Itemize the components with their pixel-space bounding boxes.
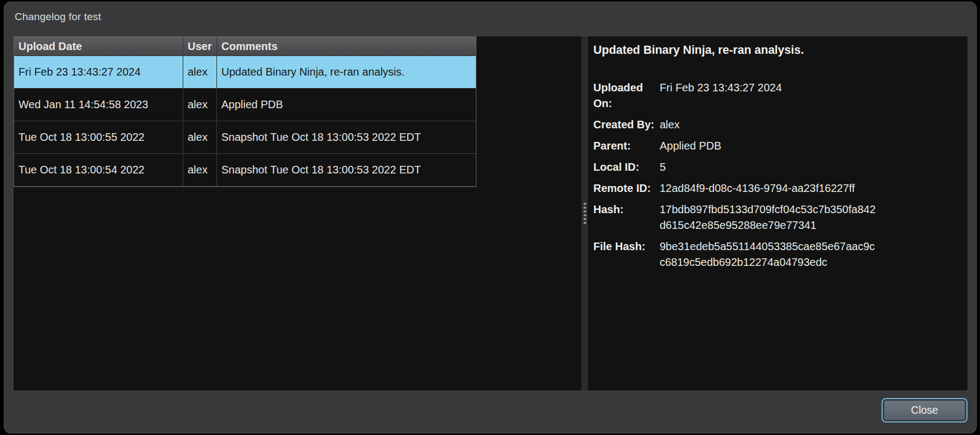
field-label: File Hash:: [593, 239, 660, 270]
details-panel: Updated Binary Ninja, re-ran analysis. U…: [588, 36, 967, 390]
cell-upload_date[interactable]: Tue Oct 18 13:00:55 2022: [14, 121, 183, 154]
field-label: Hash:: [593, 202, 660, 233]
details-fields: Uploaded On:Fri Feb 23 13:43:27 2024Crea…: [593, 80, 960, 270]
table-row[interactable]: Tue Oct 18 13:00:54 2022alexSnapshot Tue…: [14, 154, 476, 187]
field-value: 12ad84f9-d08c-4136-9794-aa23f16227ff: [660, 181, 855, 196]
field-value: 9be31edeb5a551144053385cae85e67aac9cc681…: [660, 239, 880, 270]
cell-upload_date[interactable]: Wed Jan 11 14:54:58 2023: [14, 89, 183, 121]
cell-comments[interactable]: Snapshot Tue Oct 18 13:00:53 2022 EDT: [217, 121, 476, 154]
detail-field: Local ID:5: [593, 159, 960, 175]
cell-user[interactable]: alex: [183, 56, 217, 89]
splitter-grip-icon: [584, 207, 586, 209]
column-header-user[interactable]: User: [183, 37, 217, 56]
splitter-grip-icon: [584, 203, 586, 205]
cell-upload_date[interactable]: Fri Feb 23 13:43:27 2024: [14, 56, 183, 89]
column-header-comments[interactable]: Comments: [217, 37, 476, 56]
field-label: Remote ID:: [593, 181, 660, 196]
splitter-grip-icon: [584, 210, 586, 213]
close-button-focus-ring: Close: [882, 398, 967, 422]
cell-comments[interactable]: Snapshot Tue Oct 18 13:00:53 2022 EDT: [217, 154, 476, 187]
table-header-row: Upload DateUserComments: [14, 37, 476, 56]
splitter-grip-icon: [584, 222, 586, 224]
cell-comments[interactable]: Applied PDB: [217, 89, 476, 121]
detail-field: Hash:17bdb897fbd5133d709fcf04c53c7b350fa…: [593, 202, 960, 233]
splitter-grip-icon: [584, 218, 586, 220]
field-value: 5: [660, 159, 666, 175]
close-button[interactable]: Close: [884, 400, 965, 420]
field-label: Parent:: [593, 138, 660, 154]
table-body: Fri Feb 23 13:43:27 2024alexUpdated Bina…: [14, 56, 476, 187]
detail-field: File Hash:9be31edeb5a551144053385cae85e6…: [593, 239, 960, 270]
dialog-title: Changelog for test: [15, 11, 101, 23]
field-label: Created By:: [593, 117, 660, 133]
field-value: Applied PDB: [660, 138, 721, 154]
field-value: 17bdb897fbd5133d709fcf04c53c7b350fa842d6…: [660, 202, 880, 233]
detail-field: Remote ID:12ad84f9-d08c-4136-9794-aa23f1…: [593, 181, 960, 196]
field-label: Uploaded On:: [593, 80, 660, 111]
cell-user[interactable]: alex: [183, 154, 217, 187]
table-row[interactable]: Fri Feb 23 13:43:27 2024alexUpdated Bina…: [14, 56, 476, 89]
table-row[interactable]: Wed Jan 11 14:54:58 2023alexApplied PDB: [14, 89, 476, 121]
details-heading: Updated Binary Ninja, re-ran analysis.: [593, 43, 960, 57]
cell-comments[interactable]: Updated Binary Ninja, re-ran analysis.: [217, 56, 476, 89]
detail-field: Created By:alex: [593, 117, 960, 133]
field-value: alex: [660, 117, 680, 133]
cell-user[interactable]: alex: [183, 89, 217, 121]
splitter-grip-icon: [584, 214, 586, 216]
field-value: Fri Feb 23 13:43:27 2024: [660, 80, 782, 111]
cell-user[interactable]: alex: [183, 121, 217, 154]
splitter-handle[interactable]: [581, 36, 588, 390]
field-label: Local ID:: [593, 159, 660, 175]
column-header-upload-date[interactable]: Upload Date: [14, 37, 183, 56]
changelog-dialog: Changelog for test Upload DateUserCommen…: [4, 2, 977, 433]
changelog-table: Upload DateUserComments Fri Feb 23 13:43…: [14, 36, 581, 390]
table-row[interactable]: Tue Oct 18 13:00:55 2022alexSnapshot Tue…: [14, 121, 476, 154]
detail-field: Uploaded On:Fri Feb 23 13:43:27 2024: [593, 80, 960, 111]
changelog-table-grid: Upload DateUserComments Fri Feb 23 13:43…: [14, 36, 476, 187]
detail-field: Parent:Applied PDB: [593, 138, 960, 154]
cell-upload_date[interactable]: Tue Oct 18 13:00:54 2022: [14, 154, 183, 187]
